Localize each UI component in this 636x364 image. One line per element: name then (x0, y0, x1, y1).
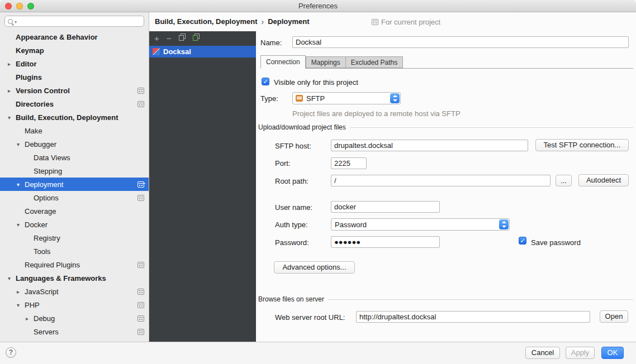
autodetect-button[interactable]: Autodetect (578, 174, 629, 186)
web-root-label: Web server root URL: (275, 313, 345, 322)
sidebar-item-label: Debug (34, 314, 55, 323)
save-password-label[interactable]: Save password (531, 238, 581, 247)
project-context: For current project (372, 12, 440, 31)
root-path-input[interactable] (331, 175, 550, 186)
type-select[interactable]: SFTP (292, 92, 401, 104)
sidebar-item-label: Options (34, 194, 59, 202)
breadcrumb-part-2: Deployment (268, 12, 309, 31)
ok-button[interactable]: OK (601, 347, 624, 359)
sidebar-item-required-plugins[interactable]: Required Plugins (0, 258, 149, 271)
sidebar-item-options[interactable]: Options (0, 191, 149, 204)
sidebar-item-label: Required Plugins (25, 261, 80, 269)
chevron-right-icon[interactable]: ▸ (8, 61, 16, 67)
chevron-down-icon[interactable]: ▾ (17, 181, 25, 188)
sidebar-item-coverage[interactable]: Coverage (0, 204, 149, 218)
password-label: Password: (275, 238, 309, 247)
project-scope-icon (137, 88, 144, 94)
server-item-label: Docksal (163, 47, 191, 56)
auth-type-select[interactable]: Password (331, 218, 510, 231)
advanced-options-button[interactable]: Advanced options... (274, 261, 355, 274)
user-name-input[interactable] (331, 201, 440, 213)
sidebar-item-php[interactable]: ▾PHP (0, 298, 149, 312)
add-server-button[interactable]: + (154, 34, 159, 42)
sftp-host-label: SFTP host: (275, 142, 311, 150)
sftp-host-input[interactable] (331, 140, 528, 151)
apply-button[interactable]: Apply (566, 347, 595, 359)
auth-type-value: Password (331, 221, 499, 229)
sidebar-item-label: Appearance & Behavior (16, 33, 98, 41)
name-label: Name: (260, 39, 282, 47)
sidebar-item-version-control[interactable]: ▸Version Control (0, 84, 149, 97)
chevron-down-icon[interactable]: ▾ (8, 275, 16, 281)
sidebar-item-label: Stepping (34, 167, 62, 175)
project-context-label: For current project (381, 18, 440, 26)
sidebar-item-deployment[interactable]: ▾Deployment (0, 178, 149, 191)
deployment-form: Name: ConnectionMappingsExcluded Paths V… (256, 31, 636, 342)
password-input[interactable] (331, 236, 440, 248)
sidebar-item-docker[interactable]: ▾Docker (0, 218, 149, 231)
breadcrumb-bar: Build, Execution, Deployment › Deploymen… (149, 12, 636, 31)
sidebar-item-label: Version Control (16, 87, 70, 95)
tab-connection[interactable]: Connection (260, 55, 306, 69)
chevron-down-icon[interactable]: ▾ (17, 302, 25, 308)
search-options-caret-icon[interactable]: ▾ (15, 20, 17, 25)
combo-arrows-icon[interactable] (499, 219, 509, 229)
visible-only-label[interactable]: Visible only for this project (274, 78, 358, 87)
open-button[interactable]: Open (600, 310, 628, 323)
root-path-label: Root path: (275, 177, 308, 185)
sidebar-item-servers[interactable]: Servers (0, 325, 149, 338)
tab-excluded-paths[interactable]: Excluded Paths (345, 56, 403, 68)
sidebar-item-build-execution-deployment[interactable]: ▾Build, Execution, Deployment (0, 111, 149, 124)
sidebar-item-make[interactable]: Make (0, 124, 149, 137)
name-input[interactable] (292, 36, 629, 48)
settings-search[interactable]: ▾ (4, 16, 144, 27)
sidebar-item-label: Coverage (25, 207, 56, 215)
web-root-input[interactable] (356, 311, 590, 323)
sidebar-item-debugger[interactable]: ▾Debugger (0, 137, 149, 151)
server-item-docksal[interactable]: Docksal (149, 46, 256, 58)
sidebar-item-tools[interactable]: Tools (0, 245, 149, 258)
tab-mappings[interactable]: Mappings (306, 56, 345, 68)
sidebar-item-label: PHP (25, 301, 40, 309)
sidebar-item-appearance-behavior[interactable]: Appearance & Behavior (0, 30, 149, 44)
chevron-down-icon[interactable]: ▾ (8, 114, 16, 121)
chevron-right-icon[interactable]: ▸ (17, 289, 25, 295)
chevron-down-icon[interactable]: ▾ (17, 141, 25, 147)
preferences-window: Preferences ▾ Appearance & BehaviorKeyma… (0, 0, 636, 364)
sidebar-item-keymap[interactable]: Keymap (0, 44, 149, 57)
sidebar-item-data-views[interactable]: Data Views (0, 151, 149, 164)
user-name-label: User name: (275, 203, 312, 212)
sidebar-item-javascript[interactable]: ▸JavaScript (0, 285, 149, 298)
sidebar-item-label: Deployment (25, 180, 63, 189)
chevron-down-icon[interactable]: ▾ (17, 222, 25, 228)
sidebar-item-debug[interactable]: ▸Debug (0, 312, 149, 325)
sidebar-item-plugins[interactable]: Plugins (0, 70, 149, 84)
search-input[interactable] (19, 17, 141, 26)
remove-server-button[interactable]: − (167, 34, 172, 42)
sidebar-item-label: Directories (16, 100, 54, 108)
port-input[interactable] (331, 157, 367, 169)
browse-section-header: Browse files on server (258, 295, 633, 303)
paste-server-button[interactable] (193, 33, 200, 43)
sidebar-item-registry[interactable]: Registry (0, 231, 149, 245)
sidebar-item-languages-frameworks[interactable]: ▾Languages & Frameworks (0, 271, 149, 285)
save-password-checkbox[interactable] (519, 237, 526, 245)
window-title: Preferences (0, 0, 636, 12)
copy-server-button[interactable] (179, 33, 186, 43)
sidebar-item-editor[interactable]: ▸Editor (0, 57, 149, 70)
docksal-server-icon (153, 48, 160, 55)
browse-section-label: Browse files on server (258, 295, 324, 303)
sidebar-item-directories[interactable]: Directories (0, 97, 149, 111)
chevron-right-icon[interactable]: ▸ (26, 315, 34, 322)
help-button[interactable]: ? (6, 347, 16, 358)
combo-arrows-icon[interactable] (390, 93, 400, 103)
test-sftp-connection-button[interactable]: Test SFTP connection... (535, 139, 629, 151)
chevron-right-icon[interactable]: ▸ (8, 88, 16, 94)
visible-only-checkbox[interactable] (262, 78, 269, 85)
breadcrumb-part-1: Build, Execution, Deployment (155, 12, 257, 31)
search-icon (8, 19, 13, 24)
breadcrumb: Build, Execution, Deployment › Deploymen… (155, 12, 310, 31)
browse-root-path-button[interactable]: ... (556, 175, 572, 186)
sidebar-item-stepping[interactable]: Stepping (0, 164, 149, 178)
cancel-button[interactable]: Cancel (525, 347, 560, 359)
